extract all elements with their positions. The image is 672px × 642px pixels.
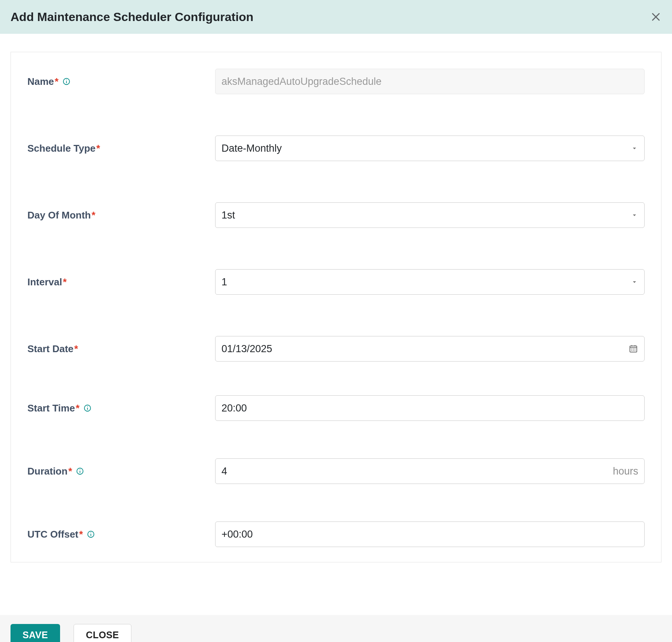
duration-suffix: hours — [613, 466, 638, 477]
start-time-value: 20:00 — [221, 402, 638, 414]
duration-label: Duration — [27, 466, 68, 477]
day-of-month-label: Day Of Month — [27, 209, 91, 221]
utc-offset-input[interactable]: +00:00 — [215, 521, 645, 547]
schedule-type-value: Date-Monthly — [221, 143, 631, 154]
label-col: Start Time* — [27, 402, 215, 414]
label-col: Day Of Month* — [27, 209, 215, 221]
save-button[interactable]: SAVE — [11, 624, 60, 642]
close-icon[interactable] — [650, 11, 661, 23]
day-of-month-value: 1st — [221, 209, 631, 221]
row-name: Name* aksManagedAutoUpgradeSchedule — [27, 69, 645, 94]
row-utc-offset: UTC Offset* +00:00 — [27, 521, 645, 547]
day-of-month-select[interactable]: 1st — [215, 202, 645, 228]
svg-point-23 — [90, 532, 91, 533]
required-marker: * — [55, 76, 59, 87]
name-label: Name — [27, 76, 54, 87]
start-time-input[interactable]: 20:00 — [215, 395, 645, 421]
duration-value: 4 — [221, 466, 608, 477]
label-col: Start Date* — [27, 343, 215, 355]
interval-label: Interval — [27, 276, 62, 288]
start-time-label: Start Time — [27, 402, 75, 414]
chevron-down-icon — [631, 278, 638, 286]
row-duration: Duration* 4 hours — [27, 458, 645, 484]
required-marker: * — [79, 529, 83, 540]
close-button[interactable]: CLOSE — [74, 624, 131, 642]
calendar-icon[interactable] — [628, 344, 638, 354]
schedule-type-select[interactable]: Date-Monthly — [215, 136, 645, 161]
label-col: Name* — [27, 76, 215, 87]
row-start-date: Start Date* 01/13/2025 — [27, 336, 645, 362]
name-input: aksManagedAutoUpgradeSchedule — [215, 69, 645, 94]
chevron-down-icon — [631, 211, 638, 219]
required-marker: * — [68, 466, 72, 477]
schedule-type-label: Schedule Type — [27, 143, 96, 154]
dialog-footer: SAVE CLOSE — [0, 615, 672, 642]
info-icon[interactable] — [87, 530, 95, 538]
start-date-label: Start Date — [27, 343, 74, 354]
label-col: Duration* — [27, 466, 215, 477]
svg-point-20 — [80, 469, 80, 470]
required-marker: * — [96, 143, 100, 154]
form-panel: Name* aksManagedAutoUpgradeSchedule — [11, 52, 661, 562]
label-col: Interval* — [27, 276, 215, 288]
start-date-value: 01/13/2025 — [221, 343, 628, 355]
dialog-header: Add Maintenance Scheduler Configuration — [0, 0, 672, 34]
svg-point-17 — [87, 406, 88, 407]
row-day-of-month: Day Of Month* 1st — [27, 202, 645, 228]
utc-offset-value: +00:00 — [221, 529, 638, 540]
required-marker: * — [63, 276, 67, 288]
duration-input[interactable]: 4 hours — [215, 458, 645, 484]
info-icon[interactable] — [76, 467, 84, 475]
label-col: UTC Offset* — [27, 529, 215, 540]
svg-point-4 — [66, 80, 67, 80]
row-schedule-type: Schedule Type* Date-Monthly — [27, 136, 645, 161]
interval-value: 1 — [221, 276, 631, 288]
required-marker: * — [74, 343, 78, 354]
required-marker: * — [76, 402, 80, 414]
dialog-title: Add Maintenance Scheduler Configuration — [11, 10, 253, 24]
info-icon[interactable] — [62, 77, 71, 86]
utc-offset-label: UTC Offset — [27, 529, 78, 540]
row-interval: Interval* 1 — [27, 269, 645, 295]
name-value: aksManagedAutoUpgradeSchedule — [221, 76, 638, 87]
label-col: Schedule Type* — [27, 143, 215, 154]
required-marker: * — [92, 209, 95, 221]
dialog-body: Name* aksManagedAutoUpgradeSchedule — [0, 34, 672, 577]
row-start-time: Start Time* 20:00 — [27, 395, 645, 421]
add-maintenance-scheduler-dialog: Add Maintenance Scheduler Configuration … — [0, 0, 672, 642]
start-date-input[interactable]: 01/13/2025 — [215, 336, 645, 362]
interval-select[interactable]: 1 — [215, 269, 645, 295]
info-icon[interactable] — [83, 404, 92, 412]
chevron-down-icon — [631, 145, 638, 152]
